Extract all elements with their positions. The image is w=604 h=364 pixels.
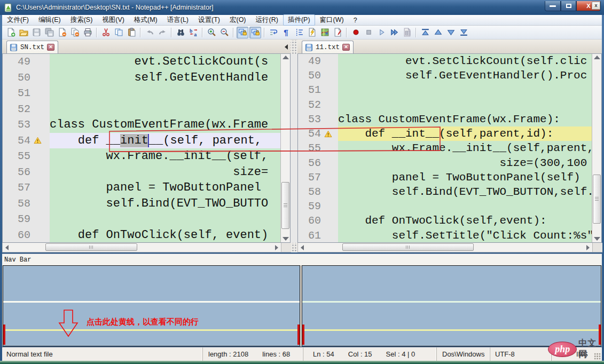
code-line-55[interactable]: 55 wx.Frame.__init__(self, [3,148,290,164]
tab-scroll-left-icon[interactable] [285,44,288,50]
code-line-53[interactable]: 53class CustomEventFrame(wx.Frame): [298,112,601,126]
macro-run-multiple-icon[interactable] [388,27,400,38]
scroll-right-icon[interactable] [275,245,278,250]
code-line-51[interactable]: 51 [3,85,290,101]
word-wrap-icon[interactable] [268,27,279,38]
code-text[interactable] [50,101,290,117]
code-line-50[interactable]: 50 self.GetEventHandler().Proc [298,68,601,83]
editor-pane-right[interactable]: 49 evt.SetClickCount(self.clic50 self.Ge… [297,54,602,243]
code-line-58[interactable]: 58 self.Bind(EVT_TWO_BUTTO [3,196,290,212]
menu-item-9[interactable]: 插件(P) [283,14,315,26]
tab-sn-txt[interactable]: SN.txt ✕ [6,41,58,53]
print-icon[interactable] [82,27,93,38]
code-line-49[interactable]: 49 evt.SetClickCount(s [3,54,290,70]
code-text[interactable]: evt.SetClickCount(s [50,54,290,70]
replace-icon[interactable]: ba [187,27,199,38]
code-line-51[interactable]: 51 [298,83,601,97]
macro-save-icon[interactable] [401,27,413,38]
right-horizontal-scrollbar[interactable] [297,243,593,252]
nav-diff-line-yellow[interactable] [3,329,300,331]
nav-diff-line-yellow[interactable] [302,329,601,331]
code-text[interactable]: size=(300,100 [338,156,601,170]
menu-item-11[interactable]: ? [349,15,362,25]
left-vscroll-thumb[interactable] [281,182,289,229]
scroll-down-icon[interactable] [283,237,289,241]
code-line-56[interactable]: 56 size=(300,100 [298,156,601,170]
scroll-down-icon[interactable] [594,237,600,241]
editor-pane-left[interactable]: 49 evt.SetClickCount(s50 self.GetEventHa… [2,54,291,243]
macro-play-icon[interactable] [375,27,387,38]
code-text[interactable]: panel = TwoButtonPanel [50,180,290,196]
code-text[interactable] [50,85,290,101]
code-line-57[interactable]: 57 panel = TwoButtonPanel(self) [298,170,601,185]
code-text[interactable]: def __int__(self,parent,id): [338,126,601,141]
code-text[interactable]: self.Bind(EVT_TWO_BUTTON,self.O [338,185,601,199]
code-line-61[interactable]: 61 self.SetTitle("Click Count:%s"% [298,228,601,243]
code-text[interactable]: def __init__(self, parent, [50,133,290,149]
code-line-59[interactable]: 59 [298,199,601,213]
paste-icon[interactable] [125,27,137,38]
open-file-icon[interactable] [18,27,29,38]
copy-icon[interactable] [113,27,124,38]
title-bar[interactable]: C:\Users\Administrator\Desktop\SN.txt - … [0,0,604,15]
show-all-characters-icon[interactable]: ¶ [280,27,292,38]
menu-item-7[interactable]: 宏(O) [225,14,251,26]
right-vscroll-thumb[interactable] [593,175,601,224]
code-text[interactable]: wx.Frame.__init__(self,parent,i [338,141,601,155]
code-text[interactable]: panel = TwoButtonPanel(self) [338,170,601,185]
scroll-up-icon[interactable] [283,56,289,59]
menu-item-5[interactable]: 语言(L) [162,14,193,26]
macro-stop-icon[interactable] [363,27,374,38]
code-line-53[interactable]: 53class CustomEventFrame(wx.Frame [3,117,290,133]
save-icon[interactable] [30,27,42,38]
code-line-60[interactable]: 60 def OnTwoClick(self, event) [3,227,290,243]
scroll-right-icon[interactable] [586,245,590,250]
menu-item-6[interactable]: 设置(T) [193,14,225,26]
code-text[interactable] [50,211,290,227]
new-file-icon[interactable] [5,27,17,38]
maximize-button[interactable] [561,1,576,11]
code-text[interactable]: self.GetEventHandler().Proc [338,68,601,83]
indent-guide-icon[interactable] [293,27,305,38]
code-text[interactable]: self.Bind(EVT_TWO_BUTTO [50,196,290,212]
code-line-55[interactable]: 55 wx.Frame.__init__(self,parent,i [298,141,601,155]
sync-horizontal-scroll-icon[interactable] [249,27,261,38]
code-text[interactable]: class CustomEventFrame(wx.Frame): [338,112,601,126]
code-text[interactable]: class CustomEventFrame(wx.Frame [50,117,290,133]
scroll-left-icon[interactable] [301,245,304,250]
code-line-56[interactable]: 56 size= [3,164,290,180]
document-map-icon[interactable] [319,27,331,38]
menu-item-2[interactable]: 搜索(S) [66,14,98,26]
right-vertical-scrollbar[interactable] [592,54,601,242]
cut-icon[interactable] [100,27,112,38]
code-text[interactable]: self.GetEventHandle [50,70,290,86]
menu-item-3[interactable]: 视图(V) [97,14,129,26]
code-text[interactable]: wx.Frame.__init__(self, [50,148,290,164]
menu-item-8[interactable]: 运行(R) [251,14,283,26]
tab-close-icon[interactable]: ✕ [47,44,54,51]
scroll-up-icon[interactable] [594,56,600,59]
zoom-out-icon[interactable] [218,27,230,38]
code-line-49[interactable]: 49 evt.SetClickCount(self.clic [298,54,601,68]
code-line-54[interactable]: 54 def __init__(self, parent, [3,133,290,149]
code-line-50[interactable]: 50 self.GetEventHandle [3,70,290,86]
code-line-58[interactable]: 58 self.Bind(EVT_TWO_BUTTON,self.O [298,185,601,199]
compare-last-icon[interactable] [458,27,469,38]
sync-vertical-scroll-icon[interactable] [237,27,248,38]
nav-panel-left[interactable]: 点击此处黄线，以查看不同的行 [3,265,300,346]
code-text[interactable] [338,98,601,112]
code-text[interactable] [338,83,601,97]
scroll-left-icon[interactable] [5,245,9,250]
code-text[interactable]: def OnTwoClick(self,event): [338,213,601,228]
code-text[interactable]: self.SetTitle("Click Count:%s"% [338,228,601,243]
code-line-59[interactable]: 59 [3,211,290,227]
code-text[interactable]: def OnTwoClick(self, event) [50,227,290,243]
left-horizontal-scrollbar[interactable] [2,243,281,252]
code-text[interactable]: size= [50,164,290,180]
menu-item-0[interactable]: 文件(F) [2,14,34,26]
minimize-button[interactable] [545,1,561,11]
tab-11-txt[interactable]: 11.txt ✕ [302,41,354,53]
left-hscroll-thumb[interactable] [45,243,137,251]
code-text[interactable] [338,199,601,213]
code-line-52[interactable]: 52 [298,98,601,112]
